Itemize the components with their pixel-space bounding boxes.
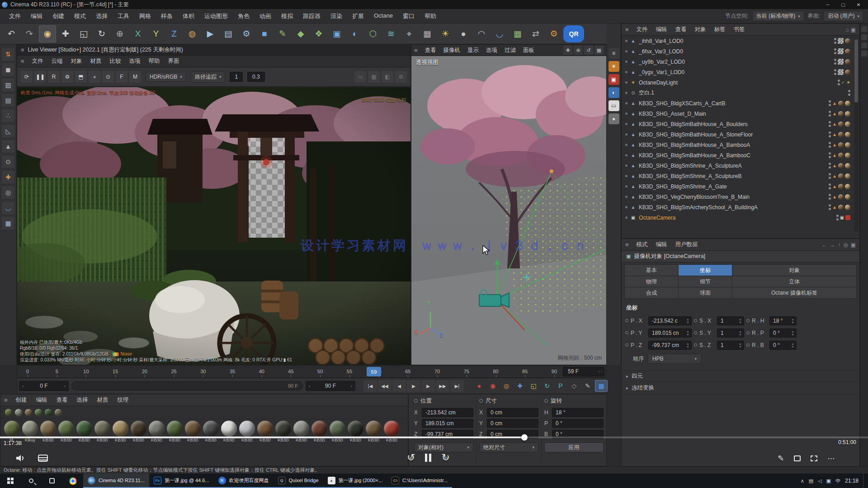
warning-tag-icon[interactable]: ▲ xyxy=(832,164,837,168)
object-manager-menu-item[interactable]: 标签 xyxy=(710,24,730,35)
octane-qr-button[interactable]: QR xyxy=(563,25,584,42)
attribute-tab[interactable]: Octane 摄像机标签 xyxy=(732,287,856,298)
warning-tag-icon[interactable]: ▲ xyxy=(832,195,837,199)
r-field[interactable]: 0 ° xyxy=(769,341,797,350)
object-row[interactable]: KB3D_SHG_Asset_D_Main ✓ ☀ ▲ ▣ xyxy=(622,108,853,119)
warning-tag-icon[interactable]: ▲ xyxy=(832,101,837,106)
light-icon[interactable]: ☀ xyxy=(437,25,454,42)
mini-player-icon[interactable] xyxy=(794,455,801,461)
live-selection-icon[interactable]: ◉ xyxy=(39,25,56,42)
om-lock-icon[interactable]: ▣ xyxy=(851,27,856,33)
size-mode-select[interactable]: 绝对尺寸▾ xyxy=(479,442,538,452)
collapsed-section-row[interactable]: ▸ 冻结变换 xyxy=(622,382,859,394)
object-manager-menu-item[interactable]: 对象 xyxy=(691,24,710,35)
z-axis-lock-icon[interactable]: Z xyxy=(165,25,183,42)
material-tag-icon[interactable] xyxy=(838,163,844,169)
p-field[interactable]: 189.015 cn xyxy=(648,328,692,338)
octane-material-icon[interactable]: ◐ xyxy=(609,87,619,98)
material-tag-icon[interactable] xyxy=(845,122,850,127)
menubar-item[interactable]: 文件 xyxy=(5,10,25,22)
hierarchy-dot-icon[interactable] xyxy=(625,102,627,104)
hierarchy-dot-icon[interactable] xyxy=(625,123,627,125)
object-row[interactable]: KB3D_SHG_BldgSmBathHouse_A_StoneFloor ✓ … xyxy=(622,129,853,140)
range-start-field[interactable]: ‹0 F› xyxy=(19,381,69,391)
attribute-tab[interactable]: 对象 xyxy=(732,265,856,276)
octane-objects-icon[interactable]: ● xyxy=(609,113,619,124)
exchange-icon[interactable]: ⇄ xyxy=(527,25,544,42)
attribute-tab[interactable]: 合成 xyxy=(625,287,678,298)
attribute-menu-item[interactable]: 用户数据 xyxy=(671,239,702,250)
mini-material-icon[interactable] xyxy=(45,409,52,416)
menubar-item[interactable]: 角色 xyxy=(233,10,254,22)
timeline-ruler[interactable]: 051015202530354045505560657075808590 59 … xyxy=(17,365,607,378)
taskbar-app-button[interactable]: 4D Cinema 4D R23.11... xyxy=(83,474,149,488)
current-frame-field[interactable]: 59 F‹ › xyxy=(563,367,604,376)
live-viewer-menu-item[interactable]: 材质 xyxy=(86,56,106,66)
mini-material-icon[interactable] xyxy=(25,409,32,416)
clay-mode-icon[interactable]: ● xyxy=(89,71,100,83)
material-tag-icon[interactable] xyxy=(838,184,844,189)
lv-region-icon[interactable]: ▭ xyxy=(354,71,366,83)
model-mode-icon[interactable]: ◼ xyxy=(2,63,14,76)
visibility-dots-icon[interactable] xyxy=(829,152,831,159)
menubar-item[interactable]: 窗口 xyxy=(398,10,419,22)
layer-tag-icon[interactable] xyxy=(838,59,844,65)
stepper-right-icon[interactable]: › xyxy=(64,383,66,389)
next-key-icon[interactable]: ▶▶ xyxy=(436,380,449,392)
notes-pencil-icon[interactable]: ✎ xyxy=(778,454,784,463)
redo-icon[interactable]: ↷ xyxy=(21,25,38,42)
menubar-item[interactable]: 模拟 xyxy=(277,10,297,22)
octane-render-view[interactable]: 检查:0ms./1ms. 网格生成:0ms. 更新:0ms. 节点:203 活动… xyxy=(17,87,410,365)
object-row[interactable]: _uy9b_Var2_LOD0 ✓ ☀ ▲ ▣ xyxy=(622,56,853,67)
lock-resolution-icon[interactable]: ⬒ xyxy=(75,71,87,83)
side-tab-icon[interactable] xyxy=(861,42,867,48)
keyframe-selection-icon[interactable]: ◎ xyxy=(500,380,513,392)
stepper-icon[interactable]: ‹ › xyxy=(599,369,603,374)
lv-compare-icon[interactable]: ◧ xyxy=(382,71,393,83)
warning-tag-icon[interactable]: ▲ xyxy=(832,184,837,189)
material-item[interactable]: KB3D xyxy=(202,421,220,442)
workplane-mode-icon[interactable]: ▤ xyxy=(2,94,14,107)
material-menu-item[interactable]: 创建 xyxy=(11,395,32,405)
material-tag-icon[interactable] xyxy=(845,101,850,106)
apply-button[interactable]: 应用 xyxy=(544,442,604,452)
material-tag-icon[interactable] xyxy=(845,205,850,210)
visibility-dots-icon[interactable] xyxy=(829,163,831,169)
material-tag-icon[interactable] xyxy=(845,59,850,65)
stepper-icon[interactable] xyxy=(738,342,742,348)
exposure-field[interactable]: 0.3 xyxy=(247,72,265,82)
material-tag-icon[interactable] xyxy=(838,194,844,200)
taskbar-app-button[interactable]: 百 欢迎使用百度网盘 xyxy=(214,474,274,488)
x-axis-lock-icon[interactable]: X xyxy=(129,25,146,42)
tracker-icon[interactable]: ⌖ xyxy=(401,25,418,42)
taskbar-app-button[interactable]: ▲ 第一课.jpg (2000×... xyxy=(323,474,387,488)
attr-lock-icon[interactable]: ▣ xyxy=(851,242,856,248)
material-menu-item[interactable]: 选择 xyxy=(72,395,93,405)
keyframe-record-icon[interactable]: ● xyxy=(473,380,486,392)
material-tag-icon[interactable] xyxy=(845,111,850,117)
lv-options-icon[interactable]: ⚙ xyxy=(395,71,407,83)
visibility-dots-icon[interactable] xyxy=(834,69,836,75)
hierarchy-dot-icon[interactable] xyxy=(625,144,627,146)
taskbar-search-icon[interactable] xyxy=(21,474,42,488)
warning-tag-icon[interactable]: ▲ xyxy=(832,143,837,147)
material-tag-icon[interactable] xyxy=(845,163,850,169)
video-progress-handle[interactable] xyxy=(521,434,528,441)
menubar-item[interactable]: Octane xyxy=(369,10,397,22)
stepper-icon[interactable] xyxy=(738,318,742,324)
material-tag-icon[interactable] xyxy=(845,132,850,137)
object-row[interactable]: _ihh8_Var4_LOD0 ✓ ☀ ▲ ▣ xyxy=(622,36,853,46)
keyframe-dot-icon[interactable] xyxy=(694,331,697,334)
panel-menu-icon[interactable]: ≡ xyxy=(21,47,24,53)
hierarchy-dot-icon[interactable] xyxy=(625,133,627,136)
hierarchy-dot-icon[interactable] xyxy=(625,216,627,219)
view-zoom-icon[interactable]: ⊕ xyxy=(574,46,583,55)
material-tag-icon[interactable] xyxy=(838,122,844,127)
attribute-tab[interactable]: 细节 xyxy=(679,276,732,287)
octane-camera-icon[interactable]: ▣ xyxy=(609,74,619,85)
live-viewer-menu-item[interactable]: 对象 xyxy=(67,56,86,66)
material-item[interactable]: ld. xyxy=(3,421,21,442)
attribute-tab[interactable]: 基本 xyxy=(625,265,678,276)
task-view-icon[interactable] xyxy=(42,474,62,488)
stepper-icon[interactable] xyxy=(791,330,795,336)
